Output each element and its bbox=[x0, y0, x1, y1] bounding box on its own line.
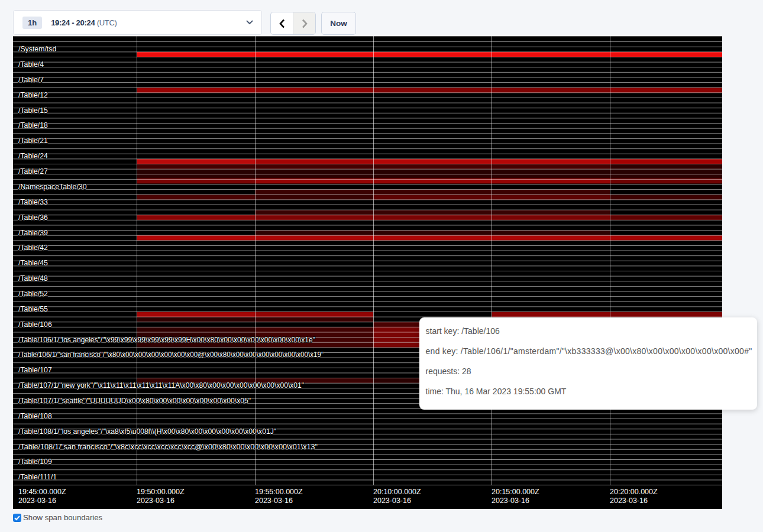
svg-text:/Table/4: /Table/4 bbox=[18, 60, 44, 69]
svg-text:/Table/24: /Table/24 bbox=[18, 152, 48, 160]
svg-text:/Table/107/1/"seattle"/"UUUUUU: /Table/107/1/"seattle"/"UUUUUUD\x00\x80\… bbox=[18, 397, 251, 405]
svg-text:/Table/108/1/"los angeles"/"\x: /Table/108/1/"los angeles"/"\xa8\xf5\u00… bbox=[18, 427, 276, 436]
svg-text:/Table/33: /Table/33 bbox=[18, 198, 48, 206]
svg-text:/Table/55: /Table/55 bbox=[18, 305, 48, 313]
svg-text:20:10:00.000Z: 20:10:00.000Z bbox=[373, 488, 421, 496]
svg-text:19:55:00.000Z: 19:55:00.000Z bbox=[255, 488, 303, 496]
svg-text:/Table/21: /Table/21 bbox=[18, 137, 48, 145]
svg-text:/NamespaceTable/30: /NamespaceTable/30 bbox=[18, 183, 87, 191]
svg-text:/Table/7: /Table/7 bbox=[18, 76, 44, 84]
svg-text:20:20:00.000Z: 20:20:00.000Z bbox=[610, 488, 658, 496]
svg-text:2023-03-16: 2023-03-16 bbox=[18, 497, 56, 505]
svg-text:/Table/109: /Table/109 bbox=[18, 458, 52, 466]
svg-text:/Table/39: /Table/39 bbox=[18, 229, 48, 237]
svg-text:/Table/107: /Table/107 bbox=[18, 366, 52, 374]
svg-text:/Table/107/1/"new york"/"\x11\: /Table/107/1/"new york"/"\x11\x11\x11\x1… bbox=[18, 381, 304, 390]
svg-text:/Table/106: /Table/106 bbox=[18, 320, 52, 329]
svg-text:/Table/108/1/"san francisco"/": /Table/108/1/"san francisco"/"\x8c\xcc\x… bbox=[18, 443, 318, 451]
svg-text:/Table/36: /Table/36 bbox=[18, 213, 48, 222]
svg-text:/Table/52: /Table/52 bbox=[18, 290, 48, 298]
svg-text:19:45:00.000Z: 19:45:00.000Z bbox=[18, 488, 66, 496]
svg-text:19:50:00.000Z: 19:50:00.000Z bbox=[137, 488, 185, 496]
svg-text:2023-03-16: 2023-03-16 bbox=[137, 497, 174, 505]
svg-text:2023-03-16: 2023-03-16 bbox=[610, 497, 648, 505]
svg-text:/System/tsd: /System/tsd bbox=[18, 45, 56, 53]
svg-text:/Table/45: /Table/45 bbox=[18, 259, 48, 267]
svg-text:/Table/12: /Table/12 bbox=[18, 91, 48, 99]
svg-text:/Table/42: /Table/42 bbox=[18, 244, 48, 252]
svg-text:2023-03-16: 2023-03-16 bbox=[373, 497, 411, 505]
svg-text:/Table/18: /Table/18 bbox=[18, 121, 48, 129]
svg-text:/Table/111/1: /Table/111/1 bbox=[18, 473, 57, 481]
svg-text:/Table/106/1/"los angeles"/"\x: /Table/106/1/"los angeles"/"\x99\x99\x99… bbox=[18, 336, 315, 344]
svg-text:2023-03-16: 2023-03-16 bbox=[492, 497, 529, 505]
svg-text:/Table/48: /Table/48 bbox=[18, 274, 48, 283]
svg-text:2023-03-16: 2023-03-16 bbox=[255, 497, 293, 505]
svg-text:20:15:00.000Z: 20:15:00.000Z bbox=[492, 488, 539, 496]
svg-text:/Table/27: /Table/27 bbox=[18, 167, 48, 176]
svg-text:/Table/108: /Table/108 bbox=[18, 412, 52, 420]
svg-text:/Table/106/1/"san francisco"/": /Table/106/1/"san francisco"/"\x80\x00\x… bbox=[18, 351, 324, 359]
svg-text:/Table/15: /Table/15 bbox=[18, 106, 48, 115]
